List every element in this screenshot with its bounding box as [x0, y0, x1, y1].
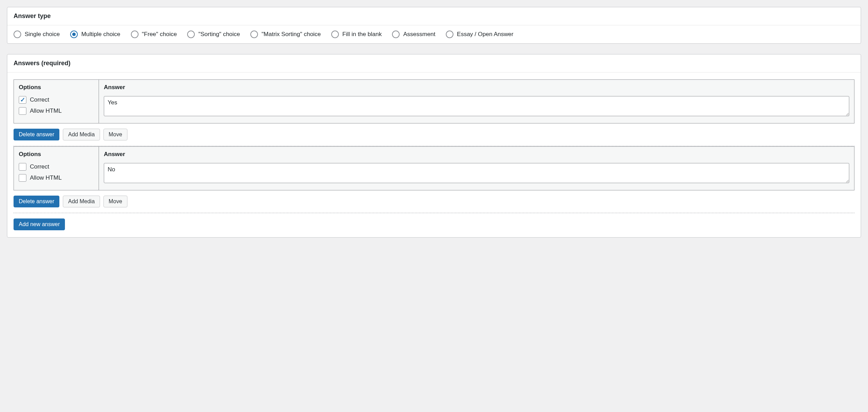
- answer-type-panel: Answer type Single choiceMultiple choice…: [7, 7, 861, 44]
- answer-type-option-label: Essay / Open Answer: [457, 31, 514, 38]
- checkbox-icon: [19, 107, 26, 115]
- checkbox-icon: [19, 96, 26, 104]
- radio-icon: [131, 31, 139, 38]
- add-new-answer-button[interactable]: Add new answer: [14, 218, 65, 230]
- delete-answer-button[interactable]: Delete answer: [14, 196, 59, 207]
- answer-block: OptionsCorrectAllow HTMLAnswerNo: [14, 146, 854, 190]
- answer-block: OptionsCorrectAllow HTMLAnswerYes: [14, 79, 854, 123]
- answer-type-option[interactable]: Single choice: [14, 31, 60, 38]
- answer-actions: Delete answerAdd MediaMove: [14, 190, 854, 213]
- add-new-row: Add new answer: [14, 218, 854, 230]
- answer-header: Answer: [104, 151, 849, 158]
- radio-icon: [446, 31, 453, 38]
- move-button[interactable]: Move: [103, 196, 127, 207]
- answer-type-option[interactable]: Fill in the blank: [331, 31, 382, 38]
- options-header: Options: [19, 151, 94, 158]
- answer-type-radio-row: Single choiceMultiple choice"Free" choic…: [14, 31, 854, 38]
- answer-type-body: Single choiceMultiple choice"Free" choic…: [7, 25, 861, 43]
- answer-type-title: Answer type: [7, 7, 861, 25]
- answer-type-option-label: "Free" choice: [142, 31, 177, 38]
- answer-type-option-label: Fill in the blank: [342, 31, 382, 38]
- answers-title: Answers (required): [7, 54, 861, 72]
- correct-checkbox[interactable]: Correct: [19, 96, 94, 104]
- answer-type-option[interactable]: Multiple choice: [70, 31, 120, 38]
- add-media-button[interactable]: Add Media: [63, 196, 100, 207]
- radio-icon: [14, 31, 21, 38]
- answer-type-option[interactable]: "Matrix Sorting" choice: [250, 31, 321, 38]
- radio-icon: [70, 31, 78, 38]
- answer-type-option[interactable]: "Sorting" choice: [187, 31, 240, 38]
- radio-icon: [392, 31, 400, 38]
- allow-html-label: Allow HTML: [30, 174, 62, 181]
- checkbox-icon: [19, 174, 26, 182]
- answer-textarea[interactable]: Yes: [104, 96, 849, 116]
- options-header: Options: [19, 84, 94, 91]
- answer-type-option-label: Single choice: [25, 31, 60, 38]
- answer-actions: Delete answerAdd MediaMove: [14, 123, 854, 146]
- allow-html-checkbox[interactable]: Allow HTML: [19, 174, 94, 182]
- answer-options-column: OptionsCorrectAllow HTML: [14, 147, 99, 190]
- answer-type-option-label: "Matrix Sorting" choice: [261, 31, 321, 38]
- answer-type-option[interactable]: Assessment: [392, 31, 435, 38]
- answer-type-option-label: Assessment: [403, 31, 435, 38]
- move-button[interactable]: Move: [103, 129, 127, 140]
- answer-column: AnswerNo: [99, 147, 854, 190]
- checkbox-icon: [19, 163, 26, 171]
- allow-html-label: Allow HTML: [30, 108, 62, 114]
- radio-icon: [187, 31, 195, 38]
- answer-textarea[interactable]: No: [104, 163, 849, 183]
- radio-icon: [250, 31, 258, 38]
- answers-body: OptionsCorrectAllow HTMLAnswerYesDelete …: [7, 72, 861, 237]
- correct-label: Correct: [30, 163, 49, 170]
- answer-type-option[interactable]: "Free" choice: [131, 31, 177, 38]
- allow-html-checkbox[interactable]: Allow HTML: [19, 107, 94, 115]
- correct-checkbox[interactable]: Correct: [19, 163, 94, 171]
- answer-divider: [14, 213, 854, 213]
- answer-header: Answer: [104, 84, 849, 91]
- add-media-button[interactable]: Add Media: [63, 129, 100, 140]
- radio-icon: [331, 31, 339, 38]
- correct-label: Correct: [30, 96, 49, 103]
- answer-options-column: OptionsCorrectAllow HTML: [14, 80, 99, 123]
- answer-type-option-label: Multiple choice: [81, 31, 120, 38]
- answers-panel: Answers (required) OptionsCorrectAllow H…: [7, 54, 861, 238]
- delete-answer-button[interactable]: Delete answer: [14, 129, 59, 140]
- answer-column: AnswerYes: [99, 80, 854, 123]
- answer-type-option-label: "Sorting" choice: [198, 31, 240, 38]
- answer-type-option[interactable]: Essay / Open Answer: [446, 31, 514, 38]
